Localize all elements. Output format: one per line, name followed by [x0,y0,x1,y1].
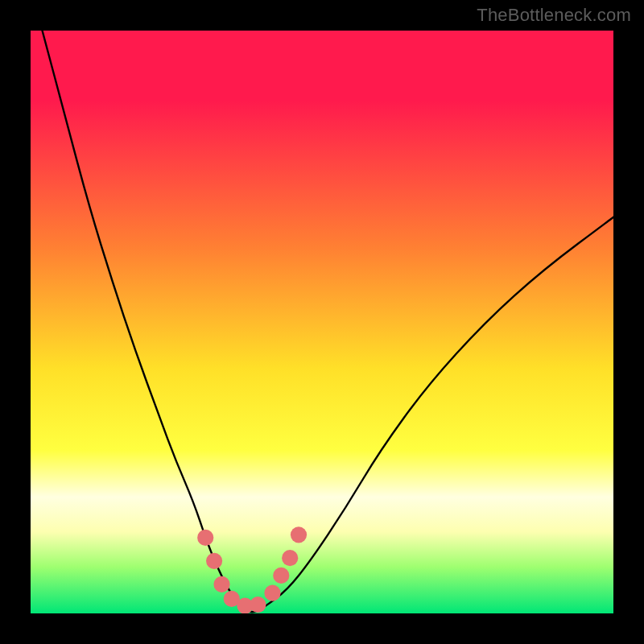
curve-marker [291,526,307,543]
curve-svg [31,31,613,613]
chart-frame: TheBottleneck.com [0,0,644,644]
bottleneck-curve [43,31,614,612]
watermark-text: TheBottleneck.com [477,5,631,26]
curve-marker [264,585,280,601]
curve-marker [282,550,298,566]
curve-marker [206,553,222,569]
marker-group [197,526,307,613]
plot-area [31,31,613,613]
curve-marker [213,576,229,592]
curve-marker [250,597,266,613]
curve-marker [197,530,213,546]
curve-marker [273,568,289,584]
